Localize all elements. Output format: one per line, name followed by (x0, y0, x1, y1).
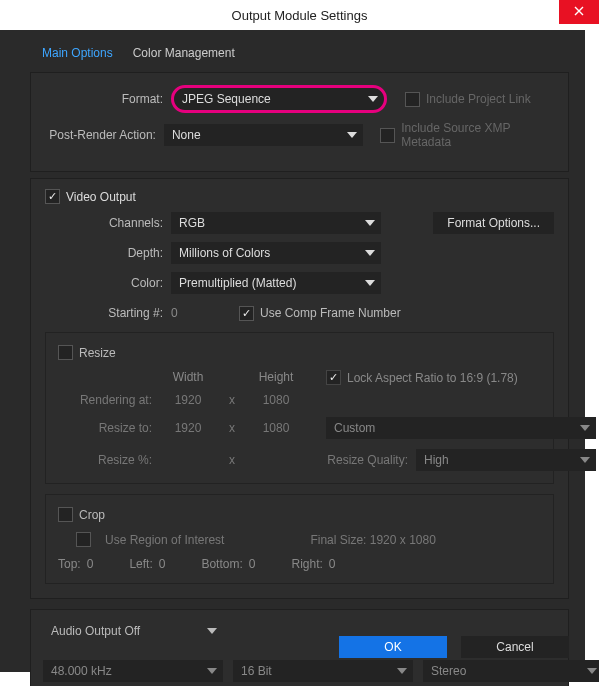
rendering-height: 1080 (246, 393, 306, 407)
crop-checkbox[interactable] (58, 507, 73, 522)
left-edge (0, 30, 14, 672)
color-label: Color: (45, 276, 171, 290)
starting-number-label: Starting #: (45, 306, 171, 320)
use-roi-checkbox (76, 532, 91, 547)
channels-label: Channels: (45, 216, 171, 230)
crop-top-label: Top: (58, 557, 81, 571)
tab-color-management[interactable]: Color Management (123, 40, 245, 66)
channels-value: RGB (179, 216, 205, 230)
include-project-link-label: Include Project Link (426, 92, 531, 106)
close-icon (574, 5, 584, 19)
chevron-down-icon (397, 668, 407, 674)
final-size-label: Final Size: 1920 x 1080 (310, 533, 435, 547)
output-module-settings-window: Output Module Settings Main Options Colo… (0, 0, 599, 686)
chevron-down-icon (207, 668, 217, 674)
chevron-down-icon (580, 425, 590, 431)
x-separator: x (218, 393, 246, 407)
x-separator: x (218, 421, 246, 435)
crop-left-label: Left: (129, 557, 152, 571)
audio-output-value: Audio Output Off (51, 624, 140, 638)
resize-to-height: 1080 (246, 421, 306, 435)
lock-aspect-checkbox (326, 370, 341, 385)
lock-aspect-label: Lock Aspect Ratio to 16:9 (1.78) (347, 371, 518, 385)
crop-bottom-label: Bottom: (201, 557, 242, 571)
resize-header: Resize (79, 346, 116, 360)
window-title: Output Module Settings (232, 8, 368, 23)
rendering-at-label: Rendering at: (58, 393, 158, 407)
chevron-down-icon (365, 280, 375, 286)
chevron-down-icon (207, 628, 217, 634)
audio-rate-dropdown: 48.000 kHz (43, 660, 223, 682)
depth-dropdown[interactable]: Millions of Colors (171, 242, 381, 264)
starting-number-value[interactable]: 0 (171, 306, 211, 320)
resize-checkbox[interactable] (58, 345, 73, 360)
format-panel: Format: JPEG Sequence Include Project Li… (30, 72, 569, 172)
color-value: Premultiplied (Matted) (179, 276, 296, 290)
chevron-down-icon (365, 220, 375, 226)
resize-quality-label: Resize Quality: (327, 453, 408, 467)
crop-left-value: 0 (159, 557, 166, 571)
height-col-header: Height (246, 370, 306, 385)
dialog-body: Main Options Color Management Format: JP… (14, 30, 585, 672)
format-label: Format: (45, 92, 171, 106)
crop-header: Crop (79, 508, 105, 522)
audio-depth-value: 16 Bit (241, 664, 272, 678)
width-col-header: Width (158, 370, 218, 385)
crop-right-label: Right: (291, 557, 322, 571)
cancel-button[interactable]: Cancel (461, 636, 569, 658)
depth-label: Depth: (45, 246, 171, 260)
close-button[interactable] (559, 0, 599, 24)
depth-value: Millions of Colors (179, 246, 270, 260)
ok-button[interactable]: OK (339, 636, 447, 658)
post-render-action-value: None (172, 128, 201, 142)
include-xmp-label: Include Source XMP Metadata (401, 121, 554, 149)
resize-panel: Resize Width Height Lock Aspect Ratio to… (45, 332, 554, 484)
video-output-header: Video Output (66, 190, 136, 204)
audio-channels-value: Stereo (431, 664, 466, 678)
x-separator: x (218, 453, 246, 467)
resize-preset-dropdown: Custom (326, 417, 596, 439)
rendering-width: 1920 (158, 393, 218, 407)
video-format-options-button[interactable]: Format Options... (433, 212, 554, 234)
video-output-checkbox[interactable] (45, 189, 60, 204)
chevron-down-icon (580, 457, 590, 463)
crop-bottom-value: 0 (249, 557, 256, 571)
crop-right-value: 0 (329, 557, 336, 571)
color-dropdown[interactable]: Premultiplied (Matted) (171, 272, 381, 294)
tab-main-options[interactable]: Main Options (32, 40, 123, 66)
chevron-down-icon (368, 96, 378, 102)
crop-panel: Crop Use Region of Interest Final Size: … (45, 494, 554, 584)
resize-to-width: 1920 (158, 421, 218, 435)
channels-dropdown[interactable]: RGB (171, 212, 381, 234)
audio-channels-dropdown: Stereo (423, 660, 599, 682)
audio-rate-value: 48.000 kHz (51, 664, 112, 678)
tabs: Main Options Color Management (14, 30, 585, 66)
dialog-footer: OK Cancel (339, 636, 569, 658)
resize-preset-value: Custom (334, 421, 375, 435)
resize-to-label: Resize to: (58, 421, 158, 435)
format-value: JPEG Sequence (182, 92, 271, 106)
audio-output-dropdown[interactable]: Audio Output Off (43, 620, 223, 642)
resize-pct-label: Resize %: (58, 453, 158, 467)
use-comp-frame-checkbox[interactable] (239, 306, 254, 321)
post-render-action-label: Post-Render Action: (45, 128, 164, 142)
crop-top-value: 0 (87, 557, 94, 571)
titlebar: Output Module Settings (0, 0, 599, 30)
include-xmp-checkbox (380, 128, 395, 143)
resize-quality-dropdown: High (416, 449, 596, 471)
include-project-link-checkbox (405, 92, 420, 107)
chevron-down-icon (365, 250, 375, 256)
video-output-panel: Video Output Channels: RGB Format Option… (30, 178, 569, 599)
post-render-action-dropdown[interactable]: None (164, 124, 363, 146)
audio-depth-dropdown: 16 Bit (233, 660, 413, 682)
use-comp-frame-label: Use Comp Frame Number (260, 306, 401, 320)
chevron-down-icon (347, 132, 357, 138)
chevron-down-icon (587, 668, 597, 674)
use-roi-label: Use Region of Interest (105, 533, 224, 547)
resize-quality-value: High (424, 453, 449, 467)
format-dropdown[interactable]: JPEG Sequence (171, 85, 387, 113)
